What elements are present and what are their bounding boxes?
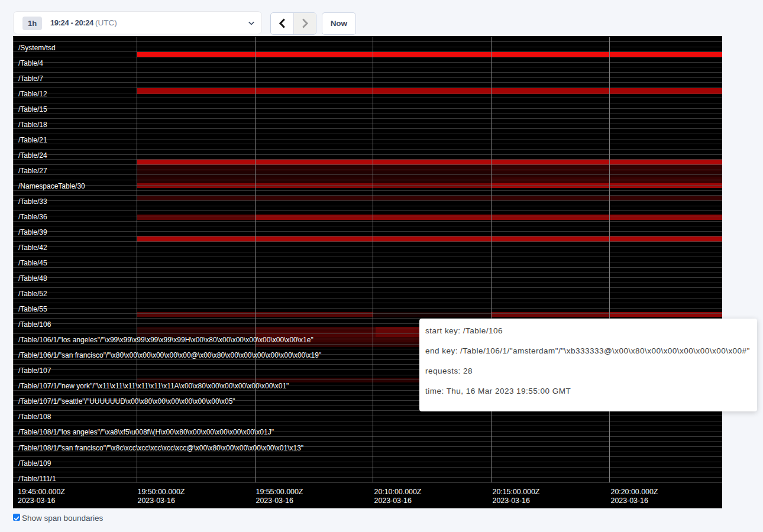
svg-text:/Table/111/1: /Table/111/1: [18, 475, 56, 483]
svg-text:20:10:00.000Z: 20:10:00.000Z: [374, 488, 422, 496]
svg-text:/Table/55: /Table/55: [18, 305, 47, 313]
svg-text:/Table/12: /Table/12: [18, 90, 47, 98]
svg-text:2023-03-16: 2023-03-16: [18, 497, 55, 505]
svg-text:2023-03-16: 2023-03-16: [493, 497, 530, 505]
svg-text:/Table/27: /Table/27: [18, 167, 47, 175]
svg-text:/Table/7: /Table/7: [18, 74, 43, 83]
svg-text:/Table/18: /Table/18: [18, 121, 47, 129]
svg-text:/Table/33: /Table/33: [18, 197, 47, 206]
svg-text:/Table/106: /Table/106: [18, 320, 51, 329]
svg-text:/Table/21: /Table/21: [18, 136, 47, 144]
svg-text:/Table/15: /Table/15: [18, 105, 47, 113]
svg-text:20:15:00.000Z: 20:15:00.000Z: [493, 488, 540, 496]
svg-text:/Table/4: /Table/4: [18, 59, 43, 67]
svg-text:/NamespaceTable/30: /NamespaceTable/30: [18, 182, 85, 190]
svg-text:/Table/109: /Table/109: [18, 459, 51, 468]
svg-text:/Table/42: /Table/42: [18, 244, 47, 252]
svg-text:/Table/107/1/"new york"/"\x11\: /Table/107/1/"new york"/"\x11\x11\x11\x1…: [18, 382, 289, 390]
svg-text:/Table/24: /Table/24: [18, 151, 47, 160]
svg-text:/Table/106/1/"los angeles"/"\x: /Table/106/1/"los angeles"/"\x99\x99\x99…: [18, 336, 313, 344]
svg-text:/Table/107: /Table/107: [18, 366, 51, 375]
svg-text:2023-03-16: 2023-03-16: [138, 497, 175, 505]
svg-text:/Table/45: /Table/45: [18, 259, 47, 267]
svg-text:/Table/108/1/"san francisco"/": /Table/108/1/"san francisco"/"\x8c\xcc\x…: [18, 444, 303, 452]
svg-text:/Table/108: /Table/108: [18, 413, 51, 421]
svg-text:/Table/39: /Table/39: [18, 228, 47, 236]
svg-text:2023-03-16: 2023-03-16: [611, 497, 648, 505]
svg-text:/Table/36: /Table/36: [18, 213, 47, 221]
svg-text:/Table/48: /Table/48: [18, 274, 47, 283]
svg-text:/Table/52: /Table/52: [18, 290, 47, 298]
svg-text:19:55:00.000Z: 19:55:00.000Z: [256, 488, 303, 496]
svg-text:19:50:00.000Z: 19:50:00.000Z: [138, 488, 185, 496]
svg-text:/Table/106/1/"san francisco"/": /Table/106/1/"san francisco"/"\x80\x00\x…: [18, 351, 321, 359]
svg-text:2023-03-16: 2023-03-16: [256, 497, 293, 505]
svg-text:/Table/107/1/"seattle"/"UUUUUU: /Table/107/1/"seattle"/"UUUUUUD\x00\x80\…: [18, 397, 235, 406]
svg-text:/System/tsd: /System/tsd: [18, 44, 56, 52]
svg-text:/Table/108/1/"los angeles"/"\x: /Table/108/1/"los angeles"/"\xa8\xf5\u00…: [18, 428, 274, 436]
svg-text:19:45:00.000Z: 19:45:00.000Z: [18, 488, 65, 496]
svg-text:2023-03-16: 2023-03-16: [374, 497, 412, 505]
svg-text:20:20:00.000Z: 20:20:00.000Z: [611, 488, 658, 496]
